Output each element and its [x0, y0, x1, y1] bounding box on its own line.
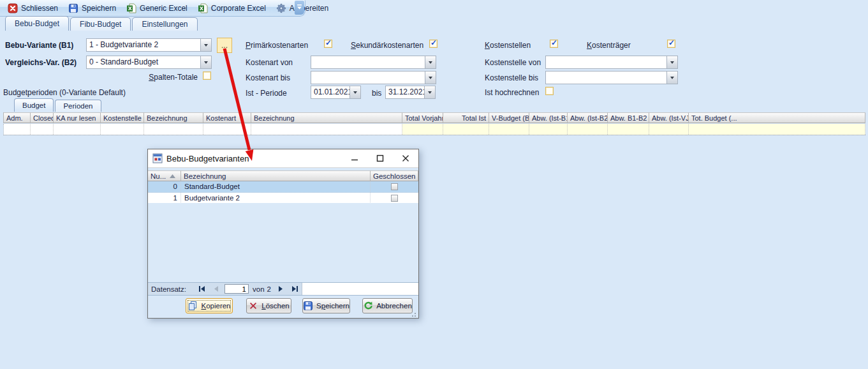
excel-icon: [126, 3, 136, 13]
l-schen-button[interactable]: Löschen: [246, 298, 291, 313]
app-window: SchliessenSpeichernGeneric ExcelCorporat…: [0, 0, 868, 369]
subtab-perioden[interactable]: Perioden: [55, 100, 101, 112]
grid-column-header-v-budget-b2[interactable]: V-Budget (B2): [489, 112, 529, 123]
excel-icon: [198, 3, 208, 13]
chevron-down-icon[interactable]: [425, 72, 436, 84]
grid-column-header-abw-ist-b1[interactable]: Abw. (Ist-B1): [529, 112, 568, 123]
resize-grip[interactable]: [411, 311, 417, 317]
subtab-budget[interactable]: Budget: [14, 98, 54, 112]
sekundaerkostenarten-checkbox[interactable]: [429, 40, 438, 48]
kostentraeger-checkbox[interactable]: [667, 40, 675, 48]
last-record-button[interactable]: [288, 284, 302, 294]
budget-subtabstrip: BudgetPerioden: [14, 99, 103, 112]
row-number-cell: 0: [148, 181, 181, 192]
chevron-down-icon[interactable]: [425, 56, 436, 68]
grid-empty-cell[interactable]: [649, 124, 689, 135]
dialog-title: Bebu-Budgetvarianten: [166, 154, 342, 163]
ist-periode-von-datepicker[interactable]: 01.01.2021: [311, 86, 361, 99]
grid-column-header-abw-ist-b2[interactable]: Abw. (Ist-B2): [568, 112, 608, 123]
dialog-column-header-geschlossen[interactable]: Geschlossen: [371, 170, 418, 181]
dialog-column-header-bezeichnung[interactable]: Bezeichnung: [181, 170, 371, 181]
minimize-button[interactable]: [342, 149, 367, 167]
tab-fibu-budget[interactable]: Fibu-Budget: [70, 17, 131, 31]
grid-empty-cell[interactable]: [31, 124, 54, 135]
chevron-down-icon[interactable]: [666, 56, 677, 68]
toolbar-overflow-button[interactable]: [295, 1, 304, 15]
column-header-label: Nu...: [151, 172, 166, 180]
kostenart-von-combobox[interactable]: [311, 56, 436, 69]
kostenstellen-checkbox[interactable]: [550, 40, 558, 48]
grid-empty-cell[interactable]: [4, 124, 31, 135]
chevron-down-icon[interactable]: [666, 72, 677, 84]
maximize-button[interactable]: [367, 149, 393, 167]
chevron-down-icon[interactable]: [200, 39, 211, 51]
previous-record-button[interactable]: [209, 284, 223, 294]
grid-empty-cell[interactable]: [101, 124, 144, 135]
grid-empty-cell[interactable]: [529, 124, 568, 135]
bebu-variante-combobox[interactable]: 1 - Budgetvariante 2: [86, 38, 212, 52]
dialog-grid-rows: 0Standard-Budget1Budgetvariante 2: [148, 181, 418, 204]
grid-column-header-ka-nur-lesen[interactable]: KA nur lesen: [54, 112, 101, 123]
grid-empty-cell[interactable]: [251, 124, 402, 135]
chevron-down-icon[interactable]: [349, 86, 360, 98]
budget-grid-header: Adm.ClosedKA nur lesenKostenstelleBezeic…: [3, 112, 865, 123]
grid-column-header-adm[interactable]: Adm.: [4, 112, 31, 123]
vergleichs-var-value: 0 - Standard-Budget: [87, 56, 200, 68]
record-of-label: von: [253, 285, 265, 293]
row-bezeichnung-cell: Standard-Budget: [181, 181, 371, 192]
dialog-column-header-nu[interactable]: Nu...: [148, 170, 181, 181]
kostenstelle-von-combobox[interactable]: [545, 56, 678, 69]
toolbar-button-schliessen[interactable]: Schliessen: [3, 1, 63, 15]
toolbar-button-label: Corporate Excel: [211, 4, 266, 13]
sort-ascending-icon: [170, 174, 175, 178]
close-button[interactable]: [393, 149, 418, 167]
ist-hochrechnen-checkbox[interactable]: [545, 87, 554, 95]
tab-einstellungen[interactable]: Einstellungen: [132, 17, 197, 31]
toolbar-button-speichern[interactable]: Speichern: [63, 1, 121, 15]
kostenstelle-bis-label: Kostenstelle bis: [485, 73, 538, 82]
grid-empty-cell[interactable]: [689, 124, 865, 135]
kopieren-button[interactable]: Kopieren: [186, 298, 233, 313]
dialog-grid-row-standard-budget[interactable]: 0Standard-Budget: [148, 181, 418, 193]
vergleichs-var-combobox[interactable]: 0 - Standard-Budget: [86, 56, 212, 69]
grid-empty-cell[interactable]: [568, 124, 608, 135]
grid-empty-cell[interactable]: [608, 124, 649, 135]
first-record-button[interactable]: [195, 284, 209, 294]
record-navigator: Datensatz: von 2: [148, 282, 418, 296]
ist-periode-bis-datepicker[interactable]: 31.12.2021: [385, 86, 436, 99]
chevron-down-icon[interactable]: [424, 86, 435, 98]
grid-column-header-total-vorjahr[interactable]: Total Vorjahr: [402, 112, 443, 123]
kostenart-bis-combobox[interactable]: [311, 71, 436, 84]
grid-column-header-bezeichnung[interactable]: Bezeichnung: [251, 112, 402, 123]
spalten-totale-checkbox[interactable]: [203, 72, 211, 80]
main-toolbar: SchliessenSpeichernGeneric ExcelCorporat…: [0, 0, 305, 17]
grid-empty-cell[interactable]: [144, 124, 203, 135]
next-record-button[interactable]: [274, 284, 288, 294]
dialog-titlebar[interactable]: Bebu-Budgetvarianten: [148, 149, 418, 168]
grid-column-header-abw-b1-b2[interactable]: Abw. B1-B2: [608, 112, 649, 123]
grid-empty-cell[interactable]: [203, 124, 251, 135]
primaerkostenarten-checkbox[interactable]: [324, 40, 332, 48]
abbrechen-button[interactable]: Abbrechen: [362, 298, 413, 313]
budget-variants-ellipsis-button[interactable]: ...: [217, 38, 232, 53]
tab-bebu-budget[interactable]: Bebu-Budget: [5, 16, 69, 31]
kostenstelle-von-label: Kostenstelle von: [485, 58, 541, 67]
grid-column-header-abw-ist-vj[interactable]: Abw. (Ist-VJ): [649, 112, 689, 123]
grid-column-header-kostenstelle[interactable]: Kostenstelle: [101, 112, 144, 123]
button-label: Löschen: [261, 302, 290, 310]
grid-column-header-closed[interactable]: Closed: [31, 112, 54, 123]
grid-empty-cell[interactable]: [443, 124, 489, 135]
speichern-button[interactable]: Speichern: [302, 298, 350, 313]
grid-empty-cell[interactable]: [489, 124, 529, 135]
grid-column-header-kostenart[interactable]: Kostenart: [203, 112, 251, 123]
grid-column-header-bezeichnung[interactable]: Bezeichnung: [144, 112, 203, 123]
grid-empty-cell[interactable]: [54, 124, 101, 135]
chevron-down-icon[interactable]: [200, 56, 211, 68]
grid-column-header-total-ist[interactable]: Total Ist: [443, 112, 489, 123]
grid-empty-cell[interactable]: [402, 124, 443, 135]
grid-column-header-tot-budget[interactable]: Tot. Budget (...: [689, 112, 865, 123]
toolbar-button-generic-excel[interactable]: Generic Excel: [121, 1, 193, 15]
kostenstelle-bis-combobox[interactable]: [545, 71, 678, 84]
toolbar-button-corporate-excel[interactable]: Corporate Excel: [193, 1, 271, 15]
record-number-input[interactable]: [224, 284, 249, 294]
